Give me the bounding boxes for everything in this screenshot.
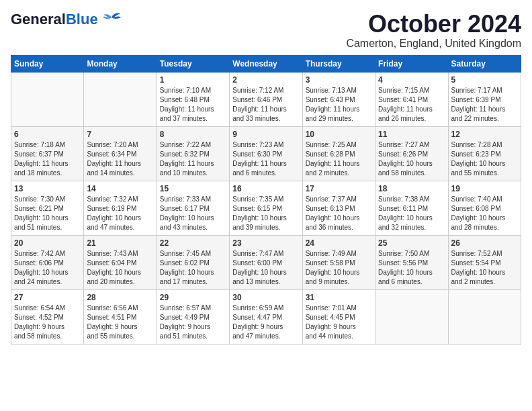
weekday-header-monday: Monday: [84, 55, 157, 72]
day-number: 22: [160, 238, 226, 248]
day-number: 20: [14, 238, 81, 248]
day-info: Sunrise: 7:37 AM Sunset: 6:13 PM Dayligh…: [306, 195, 372, 232]
day-number: 27: [14, 293, 81, 302]
calendar-cell: 4Sunrise: 7:15 AM Sunset: 6:41 PM Daylig…: [375, 72, 448, 126]
day-info: Sunrise: 7:20 AM Sunset: 6:34 PM Dayligh…: [87, 140, 153, 178]
calendar-cell: 21Sunrise: 7:43 AM Sunset: 6:04 PM Dayli…: [84, 235, 157, 289]
day-number: 18: [378, 184, 445, 193]
calendar-week-row: 27Sunrise: 6:54 AM Sunset: 4:52 PM Dayli…: [11, 289, 521, 344]
day-info: Sunrise: 6:56 AM Sunset: 4:51 PM Dayligh…: [87, 304, 153, 341]
logo-blue: Blue: [66, 11, 98, 28]
calendar-cell: 22Sunrise: 7:45 AM Sunset: 6:02 PM Dayli…: [157, 235, 229, 289]
day-number: 9: [232, 130, 299, 139]
day-number: 3: [306, 75, 372, 85]
day-info: Sunrise: 7:13 AM Sunset: 6:43 PM Dayligh…: [306, 86, 372, 124]
calendar-cell: 29Sunrise: 6:57 AM Sunset: 4:49 PM Dayli…: [157, 289, 229, 344]
day-number: 15: [160, 184, 226, 193]
day-number: 25: [378, 238, 445, 248]
calendar-cell: 20Sunrise: 7:42 AM Sunset: 6:06 PM Dayli…: [11, 235, 84, 289]
day-number: 11: [378, 130, 445, 139]
page-header: GeneralBlue October 2024 Camerton, Engla…: [11, 11, 521, 50]
day-number: 16: [232, 184, 299, 193]
day-number: 31: [306, 293, 372, 302]
calendar-cell: [448, 289, 521, 344]
calendar-cell: 26Sunrise: 7:52 AM Sunset: 5:54 PM Dayli…: [448, 235, 521, 289]
calendar-cell: [84, 72, 157, 126]
day-number: 5: [451, 75, 518, 85]
location-title: Camerton, England, United Kingdom: [346, 38, 521, 50]
calendar-cell: 7Sunrise: 7:20 AM Sunset: 6:34 PM Daylig…: [84, 126, 157, 181]
calendar-cell: 24Sunrise: 7:49 AM Sunset: 5:58 PM Dayli…: [302, 235, 375, 289]
weekday-header-row: SundayMondayTuesdayWednesdayThursdayFrid…: [11, 55, 521, 72]
day-info: Sunrise: 7:50 AM Sunset: 5:56 PM Dayligh…: [378, 249, 445, 287]
calendar-cell: 11Sunrise: 7:27 AM Sunset: 6:26 PM Dayli…: [375, 126, 448, 181]
calendar-cell: 12Sunrise: 7:28 AM Sunset: 6:23 PM Dayli…: [448, 126, 521, 181]
day-info: Sunrise: 6:59 AM Sunset: 4:47 PM Dayligh…: [232, 304, 299, 341]
day-info: Sunrise: 7:12 AM Sunset: 6:46 PM Dayligh…: [232, 86, 299, 124]
day-info: Sunrise: 7:01 AM Sunset: 4:45 PM Dayligh…: [306, 304, 372, 341]
day-number: 28: [87, 293, 153, 302]
calendar-cell: 14Sunrise: 7:32 AM Sunset: 6:19 PM Dayli…: [84, 181, 157, 235]
calendar-cell: 28Sunrise: 6:56 AM Sunset: 4:51 PM Dayli…: [84, 289, 157, 344]
day-info: Sunrise: 7:33 AM Sunset: 6:17 PM Dayligh…: [160, 195, 226, 232]
calendar-table: SundayMondayTuesdayWednesdayThursdayFrid…: [11, 55, 521, 345]
calendar-cell: 18Sunrise: 7:38 AM Sunset: 6:11 PM Dayli…: [375, 181, 448, 235]
day-number: 4: [378, 75, 445, 85]
day-number: 24: [306, 238, 372, 248]
calendar-cell: 5Sunrise: 7:17 AM Sunset: 6:39 PM Daylig…: [448, 72, 521, 126]
month-title: October 2024: [346, 11, 521, 38]
calendar-week-row: 1Sunrise: 7:10 AM Sunset: 6:48 PM Daylig…: [11, 72, 521, 126]
day-info: Sunrise: 7:10 AM Sunset: 6:48 PM Dayligh…: [160, 86, 226, 124]
logo-general: General: [11, 11, 66, 28]
day-number: 14: [87, 184, 153, 193]
calendar-cell: 3Sunrise: 7:13 AM Sunset: 6:43 PM Daylig…: [302, 72, 375, 126]
day-info: Sunrise: 7:49 AM Sunset: 5:58 PM Dayligh…: [306, 249, 372, 287]
logo-text: GeneralBlue: [11, 12, 98, 27]
day-info: Sunrise: 6:57 AM Sunset: 4:49 PM Dayligh…: [160, 304, 226, 341]
day-number: 1: [160, 75, 226, 85]
day-info: Sunrise: 7:27 AM Sunset: 6:26 PM Dayligh…: [378, 140, 445, 178]
logo: GeneralBlue: [11, 11, 121, 28]
day-number: 10: [306, 130, 372, 139]
calendar-cell: 23Sunrise: 7:47 AM Sunset: 6:00 PM Dayli…: [230, 235, 302, 289]
day-info: Sunrise: 7:40 AM Sunset: 6:08 PM Dayligh…: [451, 195, 518, 232]
calendar-cell: 2Sunrise: 7:12 AM Sunset: 6:46 PM Daylig…: [230, 72, 302, 126]
calendar-cell: 13Sunrise: 7:30 AM Sunset: 6:21 PM Dayli…: [11, 181, 84, 235]
weekday-header-tuesday: Tuesday: [157, 55, 229, 72]
day-number: 12: [451, 130, 518, 139]
day-number: 8: [160, 130, 226, 139]
day-number: 17: [306, 184, 372, 193]
calendar-cell: 25Sunrise: 7:50 AM Sunset: 5:56 PM Dayli…: [375, 235, 448, 289]
calendar-cell: 15Sunrise: 7:33 AM Sunset: 6:17 PM Dayli…: [157, 181, 229, 235]
calendar-cell: [375, 289, 448, 344]
day-info: Sunrise: 7:22 AM Sunset: 6:32 PM Dayligh…: [160, 140, 226, 178]
day-info: Sunrise: 6:54 AM Sunset: 4:52 PM Dayligh…: [14, 304, 81, 341]
day-number: 23: [232, 238, 299, 248]
day-info: Sunrise: 7:18 AM Sunset: 6:37 PM Dayligh…: [14, 140, 81, 178]
day-info: Sunrise: 7:35 AM Sunset: 6:15 PM Dayligh…: [232, 195, 299, 232]
day-number: 19: [451, 184, 518, 193]
weekday-header-saturday: Saturday: [448, 55, 521, 72]
calendar-cell: 16Sunrise: 7:35 AM Sunset: 6:15 PM Dayli…: [230, 181, 302, 235]
day-number: 21: [87, 238, 153, 248]
calendar-cell: 27Sunrise: 6:54 AM Sunset: 4:52 PM Dayli…: [11, 289, 84, 344]
day-info: Sunrise: 7:52 AM Sunset: 5:54 PM Dayligh…: [451, 249, 518, 287]
calendar-cell: 10Sunrise: 7:25 AM Sunset: 6:28 PM Dayli…: [302, 126, 375, 181]
calendar-week-row: 13Sunrise: 7:30 AM Sunset: 6:21 PM Dayli…: [11, 181, 521, 235]
calendar-cell: 1Sunrise: 7:10 AM Sunset: 6:48 PM Daylig…: [157, 72, 229, 126]
calendar-cell: [11, 72, 84, 126]
day-number: 2: [232, 75, 299, 85]
calendar-week-row: 20Sunrise: 7:42 AM Sunset: 6:06 PM Dayli…: [11, 235, 521, 289]
day-info: Sunrise: 7:15 AM Sunset: 6:41 PM Dayligh…: [378, 86, 445, 124]
day-number: 7: [87, 130, 153, 139]
weekday-header-wednesday: Wednesday: [230, 55, 302, 72]
day-info: Sunrise: 7:23 AM Sunset: 6:30 PM Dayligh…: [232, 140, 299, 178]
title-block: October 2024 Camerton, England, United K…: [346, 11, 521, 50]
calendar-cell: 9Sunrise: 7:23 AM Sunset: 6:30 PM Daylig…: [230, 126, 302, 181]
weekday-header-sunday: Sunday: [11, 55, 84, 72]
day-info: Sunrise: 7:47 AM Sunset: 6:00 PM Dayligh…: [232, 249, 299, 287]
calendar-cell: 30Sunrise: 6:59 AM Sunset: 4:47 PM Dayli…: [230, 289, 302, 344]
calendar-cell: 6Sunrise: 7:18 AM Sunset: 6:37 PM Daylig…: [11, 126, 84, 181]
day-number: 30: [232, 293, 299, 302]
day-info: Sunrise: 7:42 AM Sunset: 6:06 PM Dayligh…: [14, 249, 81, 287]
